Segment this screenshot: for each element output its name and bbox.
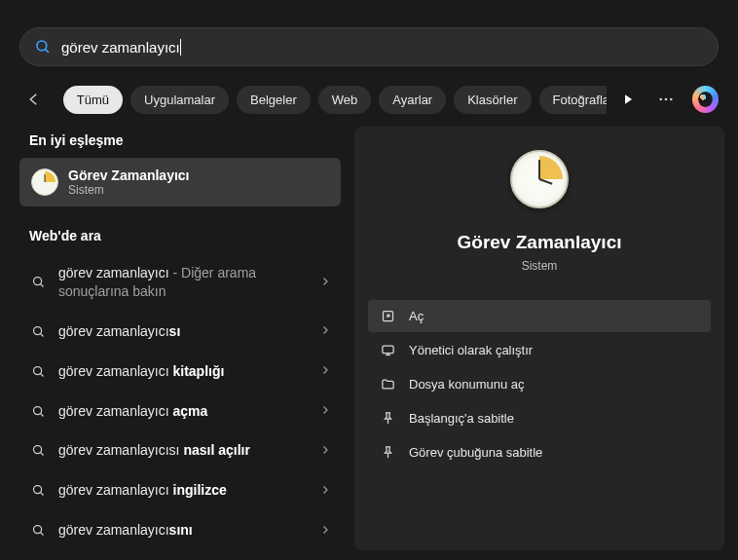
open-icon (380, 309, 395, 323)
filter-pill-klasörler[interactable]: Klasörler (454, 86, 531, 114)
chevron-right-icon (319, 483, 331, 499)
web-search-item-text: görev zamanlayıcısı nasıl açılır (58, 441, 308, 460)
action-label: Aç (409, 309, 424, 323)
web-search-item-text: görev zamanlayıcı kitaplığı (58, 362, 308, 381)
search-icon (34, 38, 52, 56)
svg-point-10 (33, 366, 41, 374)
task-scheduler-icon (31, 168, 58, 196)
search-icon (29, 275, 47, 289)
web-search-item-text: görev zamanlayıcısını (58, 521, 308, 540)
chevron-right-icon (319, 523, 331, 539)
filter-row: TümüUygulamalarBelgelerWebAyarlarKlasörl… (0, 66, 738, 127)
svg-point-12 (33, 406, 41, 414)
action-label: Dosya konumunu aç (409, 377, 525, 392)
back-button[interactable] (19, 84, 50, 115)
folder-icon (380, 377, 395, 392)
filter-pill-uygulamalar[interactable]: Uygulamalar (130, 86, 229, 114)
svg-point-16 (33, 486, 41, 494)
filter-pill-belgeler[interactable]: Belgeler (237, 86, 311, 114)
search-icon (29, 523, 47, 538)
action-label: Görev çubuğuna sabitle (409, 445, 542, 460)
svg-point-3 (659, 98, 662, 101)
preview-actions: AçYönetici olarak çalıştırDosya konumunu… (368, 300, 711, 468)
svg-line-11 (40, 373, 43, 376)
task-scheduler-icon-large (510, 150, 569, 208)
text-caret (180, 39, 181, 56)
web-search-item-text: görev zamanlayıcı açma (58, 402, 308, 421)
search-input-text[interactable]: görev zamanlayıcı (61, 39, 180, 56)
copilot-icon[interactable] (692, 86, 719, 113)
action-label: Başlangıç'a sabitle (409, 411, 514, 426)
action-pin[interactable]: Başlangıç'a sabitle (368, 402, 711, 434)
svg-point-5 (669, 98, 672, 101)
svg-line-17 (40, 493, 43, 496)
action-admin[interactable]: Yönetici olarak çalıştır (368, 334, 711, 366)
filter-pill-ayarlar[interactable]: Ayarlar (379, 86, 446, 114)
best-match-title: Görev Zamanlayıcı (68, 168, 190, 183)
svg-point-8 (33, 326, 41, 334)
action-pin[interactable]: Görev çubuğuna sabitle (368, 436, 711, 468)
preview-panel: Görev Zamanlayıcı Sistem AçYönetici olar… (354, 127, 724, 550)
filter-scroll-right[interactable] (614, 86, 641, 113)
web-search-item[interactable]: görev zamanlayıcısını (19, 510, 341, 550)
web-search-list: görev zamanlayıcı - Diğer arama sonuçlar… (19, 253, 341, 550)
pin-icon (380, 411, 395, 426)
web-search-item[interactable]: görev zamanlayıcısı nasıl açılır (19, 430, 341, 470)
svg-point-4 (664, 98, 667, 101)
filter-pill-tümü[interactable]: Tümü (63, 86, 123, 114)
svg-rect-21 (382, 346, 392, 354)
search-icon (29, 443, 47, 458)
web-search-item[interactable]: görev zamanlayıcı kitaplığı (19, 352, 341, 392)
more-options-button[interactable] (652, 86, 679, 113)
chevron-right-icon (319, 443, 331, 459)
action-label: Yönetici olarak çalıştır (409, 343, 533, 357)
search-icon (29, 364, 47, 379)
svg-line-7 (40, 284, 43, 287)
svg-point-6 (33, 278, 41, 285)
filter-pill-fotoğraflar[interactable]: Fotoğraflar (539, 86, 608, 114)
search-icon (29, 324, 47, 339)
action-folder[interactable]: Dosya konumunu aç (368, 368, 711, 400)
web-search-item-text: görev zamanlayıcı ingilizce (58, 481, 308, 500)
web-search-item[interactable]: görev zamanlayıcı açma (19, 392, 341, 431)
chevron-right-icon (319, 323, 331, 339)
web-search-item[interactable]: görev zamanlayıcı ingilizce (19, 470, 341, 510)
filter-pill-web[interactable]: Web (318, 86, 372, 114)
results-column: En iyi eşleşme Görev Zamanlayıcı Sistem … (19, 127, 341, 550)
svg-point-18 (33, 526, 41, 534)
svg-point-14 (33, 446, 41, 454)
svg-marker-2 (625, 94, 632, 103)
web-search-item[interactable]: görev zamanlayıcı - Diğer arama sonuçlar… (19, 253, 341, 312)
svg-line-15 (40, 453, 43, 456)
pin-icon (380, 445, 395, 460)
preview-subtitle: Sistem (522, 259, 558, 273)
svg-line-19 (40, 533, 43, 536)
search-icon (29, 483, 47, 498)
web-search-item-text: görev zamanlayıcısı (58, 322, 308, 341)
best-match-header: En iyi eşleşme (29, 132, 341, 148)
best-match-subtitle: Sistem (68, 183, 190, 197)
chevron-right-icon (319, 275, 331, 290)
best-match-item[interactable]: Görev Zamanlayıcı Sistem (19, 158, 341, 206)
preview-title: Görev Zamanlayıcı (458, 232, 622, 253)
search-icon (29, 404, 47, 419)
svg-point-0 (37, 41, 47, 51)
svg-line-13 (40, 413, 43, 416)
chevron-right-icon (319, 363, 331, 379)
admin-icon (380, 343, 395, 357)
search-bar[interactable]: görev zamanlayıcı (19, 27, 719, 66)
svg-line-1 (45, 49, 49, 53)
chevron-right-icon (319, 403, 331, 419)
web-search-header: Web'de ara (29, 228, 341, 243)
web-search-item[interactable]: görev zamanlayıcısı (19, 312, 341, 352)
svg-line-9 (40, 333, 43, 336)
action-open[interactable]: Aç (368, 300, 711, 332)
web-search-item-text: görev zamanlayıcı - Diğer arama sonuçlar… (58, 264, 308, 301)
